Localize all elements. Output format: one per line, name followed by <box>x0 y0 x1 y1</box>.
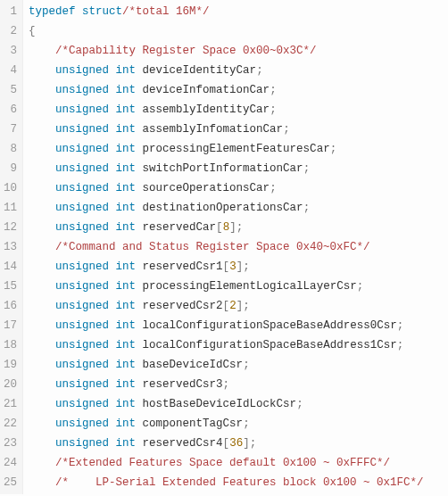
token-ident: baseDeviceIdCsr <box>143 359 244 371</box>
token-ident: reservedCsr3 <box>143 378 223 391</box>
line-number: 10 <box>4 178 17 198</box>
token-punct: ; <box>397 319 404 332</box>
code-line[interactable]: unsigned int processingElementFeaturesCa… <box>29 139 424 159</box>
code-line[interactable]: unsigned int processingElementLogicalLay… <box>29 277 424 296</box>
token-number: 2 <box>229 300 236 312</box>
line-number: 5 <box>4 80 17 100</box>
token-punct: ; <box>283 123 290 136</box>
token-punct: ; <box>243 260 250 273</box>
token-punct: ; <box>256 64 263 77</box>
token-ident: assemblyInfomationCar <box>143 123 284 136</box>
code-line[interactable]: unsigned int switchPortInformationCar; <box>29 159 424 178</box>
token-ident: reservedCsr2 <box>143 300 223 312</box>
token-punct: ; <box>357 280 364 293</box>
code-line[interactable]: unsigned int baseDeviceIdCsr; <box>29 355 424 375</box>
token-ident: localConfigurationSpaceBaseAddress0Csr <box>143 319 397 332</box>
token-ident: switchPortInformationCar <box>143 162 303 175</box>
code-line[interactable]: unsigned int sourceOperationsCar; <box>29 178 424 198</box>
token-ident: reservedCsr4 <box>143 437 223 450</box>
token-type: int <box>116 202 137 214</box>
token-type: int <box>116 221 137 234</box>
token-punct: ; <box>397 339 404 351</box>
line-number: 3 <box>4 41 17 61</box>
code-line[interactable]: unsigned int deviceInfomationCar; <box>29 80 424 100</box>
line-number: 19 <box>4 355 17 375</box>
token-punct: { <box>29 25 36 37</box>
line-number: 6 <box>4 100 17 120</box>
code-line[interactable]: /*Capability Register Space 0x00~0x3C*/ <box>29 41 424 61</box>
token-ident: deviceIdentityCar <box>143 64 257 77</box>
line-number: 20 <box>4 375 17 394</box>
token-punct: ; <box>296 398 303 410</box>
token-keyword: struct <box>82 5 122 18</box>
token-type: int <box>116 417 137 430</box>
token-type: unsigned <box>55 398 109 410</box>
token-punct: ; <box>303 202 311 214</box>
token-punct: ; <box>270 182 277 194</box>
code-line[interactable]: unsigned int deviceIdentityCar; <box>29 61 424 80</box>
code-line[interactable]: unsigned int assemblyIdentityCar; <box>29 100 424 120</box>
token-ident: processingElementLogicalLayerCsr <box>143 280 357 293</box>
code-line[interactable]: /*Command and Status Register Space 0x40… <box>29 237 424 257</box>
token-type: int <box>116 339 137 351</box>
token-punct: ; <box>223 378 230 391</box>
line-number: 1 <box>4 2 17 21</box>
token-punct: ] <box>243 437 250 450</box>
token-type: unsigned <box>55 64 109 77</box>
token-type: unsigned <box>55 143 109 155</box>
token-ident: processingElementFeaturesCar <box>143 143 330 155</box>
token-ident: sourceOperationsCar <box>143 182 270 194</box>
token-punct: ; <box>303 162 311 175</box>
code-line[interactable]: { <box>29 21 424 41</box>
token-comment: /*Capability Register Space 0x00~0x3C*/ <box>55 45 317 57</box>
line-number: 12 <box>4 218 17 237</box>
code-line[interactable]: unsigned int destinationOperationsCar; <box>29 198 424 218</box>
token-type: int <box>116 300 137 312</box>
code-line[interactable]: unsigned int localConfigurationSpaceBase… <box>29 335 424 355</box>
code-line[interactable]: /* LP-Serial Extended Features block 0x1… <box>29 473 424 492</box>
code-area[interactable]: typedef struct/*total 16M*/{ /*Capabilit… <box>23 0 429 494</box>
line-number: 7 <box>4 120 17 139</box>
code-block: 1234567891011121314151617181920212223242… <box>0 0 448 494</box>
code-line[interactable]: unsigned int reservedCsr4[36]; <box>29 434 424 453</box>
token-type: unsigned <box>55 260 109 273</box>
token-punct: ; <box>243 359 250 371</box>
token-number: 36 <box>229 437 243 450</box>
token-number: 3 <box>229 260 236 273</box>
token-type: unsigned <box>55 221 109 234</box>
token-ident: hostBaseDeviceIdLockCsr <box>143 398 297 410</box>
line-number: 23 <box>4 434 17 453</box>
code-line[interactable]: unsigned int componentTagCsr; <box>29 414 424 434</box>
code-line[interactable]: unsigned int hostBaseDeviceIdLockCsr; <box>29 394 424 414</box>
code-line[interactable]: unsigned int reservedCsr3; <box>29 375 424 394</box>
token-type: int <box>116 84 137 96</box>
line-number: 11 <box>4 198 17 218</box>
token-punct: [ <box>223 300 230 312</box>
token-type: int <box>116 359 137 371</box>
token-number: 8 <box>223 221 230 234</box>
token-type: int <box>116 437 137 450</box>
line-number: 4 <box>4 61 17 80</box>
token-ident: assemblyIdentityCar <box>143 103 270 116</box>
token-type: int <box>116 103 137 116</box>
token-punct: ; <box>270 84 277 96</box>
token-punct: ; <box>236 221 244 234</box>
token-punct: ; <box>270 103 277 116</box>
code-line[interactable]: unsigned int reservedCar[8]; <box>29 218 424 237</box>
code-line[interactable]: unsigned int reservedCsr1[3]; <box>29 257 424 277</box>
token-type: int <box>116 123 137 136</box>
token-ident: reservedCsr1 <box>143 260 223 273</box>
token-type: int <box>116 398 137 410</box>
code-line[interactable]: typedef struct/*total 16M*/ <box>29 2 424 21</box>
code-line[interactable]: unsigned int reservedCsr2[2]; <box>29 296 424 316</box>
token-comment: /*Extended Features Space default 0x100 … <box>55 457 390 469</box>
code-line[interactable]: unsigned int localConfigurationSpaceBase… <box>29 316 424 335</box>
code-line[interactable]: /*Extended Features Space default 0x100 … <box>29 453 424 473</box>
code-line[interactable]: unsigned int assemblyInfomationCar; <box>29 120 424 139</box>
line-number-gutter: 1234567891011121314151617181920212223242… <box>0 0 23 494</box>
token-type: unsigned <box>55 378 109 391</box>
token-type: int <box>116 64 137 77</box>
token-type: int <box>116 182 137 194</box>
token-keyword: typedef <box>29 5 76 18</box>
line-number: 14 <box>4 257 17 277</box>
